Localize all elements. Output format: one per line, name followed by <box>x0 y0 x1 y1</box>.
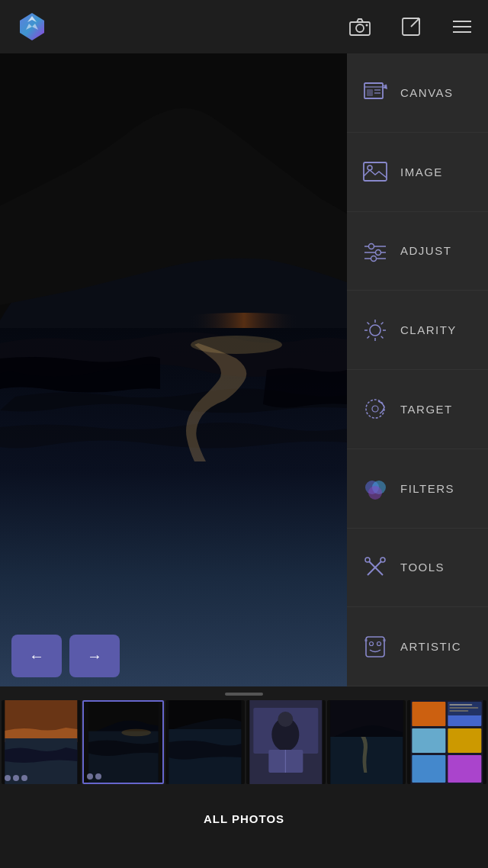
svg-point-53 <box>377 641 381 645</box>
film-thumb-2[interactable] <box>82 700 165 784</box>
film-thumb-1[interactable] <box>2 700 81 784</box>
sidebar-item-adjust[interactable]: ADJUST <box>347 212 488 291</box>
svg-rect-80 <box>450 704 473 706</box>
svg-line-41 <box>368 336 370 338</box>
filters-icon <box>361 474 390 503</box>
filmstrip-area <box>0 686 488 799</box>
sidebar-item-canvas[interactable]: CANVAS <box>347 53 488 133</box>
svg-rect-82 <box>450 710 469 712</box>
nav-buttons: ← → <box>0 625 347 686</box>
svg-point-30 <box>369 243 374 249</box>
image-icon <box>361 157 390 186</box>
canvas-icon <box>361 78 390 107</box>
share-icon[interactable] <box>401 17 421 37</box>
thumb-icon-dot <box>95 773 101 780</box>
svg-rect-54 <box>364 639 368 641</box>
forward-button[interactable]: → <box>69 635 120 677</box>
filmstrip-indicator <box>225 693 263 696</box>
svg-point-46 <box>368 486 382 500</box>
svg-line-39 <box>381 336 384 338</box>
main-area: ← → CANVAS <box>0 53 488 686</box>
svg-rect-51 <box>366 637 384 657</box>
image-label: IMAGE <box>400 166 443 178</box>
svg-point-32 <box>371 256 377 261</box>
svg-rect-78 <box>448 755 482 783</box>
artistic-label: ARTISTIC <box>400 640 461 653</box>
svg-line-38 <box>368 322 370 324</box>
all-photos-bar[interactable]: ALL PHOTOS <box>0 799 488 837</box>
canvas-label: CANVAS <box>400 86 454 99</box>
thumb-icon-dot <box>13 775 19 781</box>
svg-point-6 <box>366 24 368 27</box>
sidebar-item-image[interactable]: IMAGE <box>347 133 488 212</box>
svg-point-61 <box>121 729 151 737</box>
svg-line-10 <box>411 18 419 27</box>
thumb-icon-dot <box>5 775 11 781</box>
svg-rect-55 <box>383 639 386 641</box>
back-button[interactable]: ← <box>11 635 62 677</box>
svg-rect-75 <box>413 728 446 753</box>
app-logo[interactable] <box>15 10 49 43</box>
film-thumb-6[interactable] <box>407 700 486 784</box>
target-label: TARGET <box>400 403 453 416</box>
svg-rect-73 <box>413 702 446 726</box>
svg-rect-81 <box>450 707 479 709</box>
svg-point-18 <box>191 336 282 354</box>
svg-line-40 <box>381 322 384 324</box>
film-thumb-5[interactable] <box>327 700 406 784</box>
sidebar-item-tools[interactable]: TOOLS <box>347 529 488 608</box>
menu-icon[interactable] <box>451 19 473 34</box>
film-thumb-3[interactable] <box>165 700 245 784</box>
adjust-icon <box>361 236 390 265</box>
top-bar-actions <box>349 17 473 37</box>
target-icon <box>361 394 390 423</box>
svg-point-52 <box>370 641 374 645</box>
sidebar-item-filters[interactable]: FILTERS <box>347 449 488 529</box>
svg-point-5 <box>356 24 364 32</box>
svg-point-67 <box>278 712 293 727</box>
sidebar-item-artistic[interactable]: ARTISTIC <box>347 607 488 686</box>
thumb-icon-dot <box>87 773 93 780</box>
sidebar-item-target[interactable]: TARGET <box>347 370 488 449</box>
svg-point-49 <box>365 558 370 562</box>
sidebar-item-clarity[interactable]: CLARITY <box>347 291 488 370</box>
svg-rect-25 <box>364 162 387 181</box>
camera-icon[interactable] <box>349 18 371 36</box>
tools-icon <box>361 553 390 582</box>
clarity-icon <box>361 316 390 345</box>
clarity-label: CLARITY <box>400 323 457 336</box>
svg-point-50 <box>380 558 385 562</box>
top-bar <box>0 0 488 53</box>
svg-point-43 <box>372 406 378 412</box>
image-canvas: ← → <box>0 53 347 686</box>
svg-rect-76 <box>448 728 482 753</box>
right-sidebar: CANVAS IMAGE <box>347 53 488 686</box>
adjust-label: ADJUST <box>400 244 451 257</box>
svg-point-33 <box>370 325 380 336</box>
svg-rect-22 <box>367 89 373 96</box>
film-thumb-4[interactable] <box>246 700 326 784</box>
thumb-icon-dot <box>21 775 27 781</box>
svg-point-31 <box>376 249 381 255</box>
svg-rect-77 <box>413 755 446 783</box>
artistic-icon <box>361 632 390 661</box>
all-photos-label: ALL PHOTOS <box>204 812 284 825</box>
tools-label: TOOLS <box>400 561 445 574</box>
filters-label: FILTERS <box>400 482 454 495</box>
filmstrip <box>0 700 488 790</box>
